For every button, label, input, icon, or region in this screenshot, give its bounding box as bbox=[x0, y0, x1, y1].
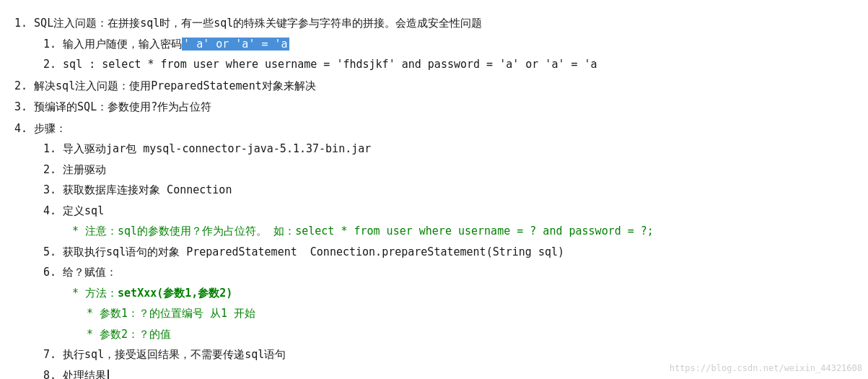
line-4-4-note-text: * 注意：sql的参数使用？作为占位符。 如：select * from use… bbox=[14, 221, 854, 242]
line-4-4-text: 4. 定义sql bbox=[14, 201, 854, 222]
line-4-6-content: 6. 给？赋值： bbox=[43, 266, 117, 279]
line-4-1-text: 1. 导入驱动jar包 mysql-connector-java-5.1.37-… bbox=[14, 139, 854, 160]
line-4-2-text: 2. 注册驱动 bbox=[14, 160, 854, 180]
line-4-4-note-content: * 注意：sql的参数使用？作为占位符。 如：select * from use… bbox=[72, 225, 654, 238]
line-2-content: 2. 解决sql注入问题：使用PreparedStatement对象来解决 bbox=[14, 79, 316, 92]
line-1-2-text: 2. sql : select * from user where userna… bbox=[14, 54, 854, 75]
line-3: 3. 预编译的SQL：参数使用?作为占位符 bbox=[14, 97, 854, 118]
line-2: 2. 解决sql注入问题：使用PreparedStatement对象来解决 bbox=[14, 76, 854, 97]
line-4-6-2-content: * 参数1：？的位置编号 从1 开始 bbox=[87, 307, 255, 320]
line-4-6-3-content: * 参数2：？的值 bbox=[87, 328, 171, 341]
line-1-1-highlight: ' a' or 'a' = 'a bbox=[182, 38, 289, 51]
line-4-6-3-text: * 参数2：？的值 bbox=[14, 324, 854, 345]
line-4-6-2-text: * 参数1：？的位置编号 从1 开始 bbox=[14, 303, 854, 324]
line-4-3-text: 3. 获取数据库连接对象 Connection bbox=[14, 180, 854, 201]
line-4-6-1-content: * 方法：setXxx(参数1,参数2) bbox=[72, 287, 232, 300]
line-1-1-text: 1. 输入用户随便，输入密码' a' or 'a' = 'a bbox=[14, 34, 854, 55]
line-4-7-content: 7. 执行sql，接受返回结果，不需要传递sql语句 bbox=[43, 348, 286, 361]
line-3-text: 3. 预编译的SQL：参数使用?作为占位符 bbox=[14, 97, 854, 118]
line-3-content: 3. 预编译的SQL：参数使用?作为占位符 bbox=[14, 100, 211, 113]
line-1-1-prefix: 1. 输入用户随便，输入密码 bbox=[43, 38, 182, 51]
line-4-5-content: 5. 获取执行sql语句的对象 PreparedStatement Connec… bbox=[43, 245, 564, 258]
line-4-4-content: 4. 定义sql bbox=[43, 204, 104, 217]
line-4-2-content: 2. 注册驱动 bbox=[43, 163, 106, 176]
line-2-text: 2. 解决sql注入问题：使用PreparedStatement对象来解决 bbox=[14, 76, 854, 97]
line-4-8-content: 8. 处理结果 bbox=[43, 369, 106, 380]
line-4-text: 4. 步骤： bbox=[14, 118, 854, 139]
line-4-content: 4. 步骤： bbox=[14, 122, 66, 135]
line-4-6-text: 6. 给？赋值： bbox=[14, 262, 854, 283]
line-4-5-text: 5. 获取执行sql语句的对象 PreparedStatement Connec… bbox=[14, 242, 854, 263]
line-1: 1. SQL注入问题：在拼接sql时，有一些sql的特殊关键字参与字符串的拼接。… bbox=[14, 13, 854, 75]
line-4-7-text: 7. 执行sql，接受返回结果，不需要传递sql语句 bbox=[14, 344, 854, 365]
line-4-3-content: 3. 获取数据库连接对象 Connection bbox=[43, 183, 232, 196]
line-1-text: 1. SQL注入问题：在拼接sql时，有一些sql的特殊关键字参与字符串的拼接。… bbox=[14, 13, 854, 34]
watermark: https://blog.csdn.net/weixin_44321608 bbox=[670, 363, 862, 373]
line-4-6-1-text: * 方法：setXxx(参数1,参数2) bbox=[14, 283, 854, 304]
text-cursor bbox=[108, 370, 109, 379]
line-4: 4. 步骤： 1. 导入驱动jar包 mysql-connector-java-… bbox=[14, 118, 854, 380]
line-1-2-content: 2. sql : select * from user where userna… bbox=[43, 58, 597, 71]
content-area: 1. SQL注入问题：在拼接sql时，有一些sql的特殊关键字参与字符串的拼接。… bbox=[14, 7, 854, 379]
line-1-prefix: 1. SQL注入问题：在拼接sql时，有一些sql的特殊关键字参与字符串的拼接。… bbox=[14, 17, 482, 30]
line-4-1-content: 1. 导入驱动jar包 mysql-connector-java-5.1.37-… bbox=[43, 142, 371, 155]
